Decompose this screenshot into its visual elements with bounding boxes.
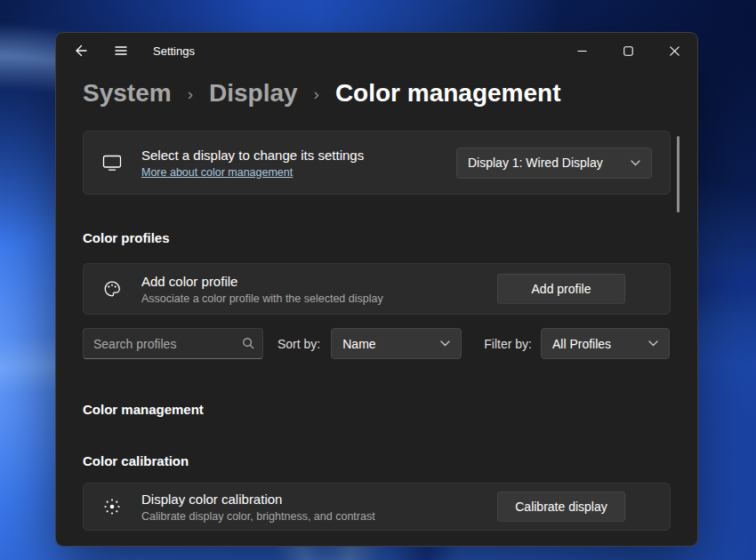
display-calibration-card: Display color calibration Calibrate disp…	[83, 483, 671, 531]
breadcrumb-display[interactable]: Display	[209, 79, 298, 108]
add-profile-text: Add color profile Associate a color prof…	[141, 274, 383, 305]
page-title: Color management	[335, 79, 561, 108]
settings-content: System › Display › Color management Sele…	[56, 79, 697, 531]
close-button[interactable]	[651, 33, 697, 68]
color-profiles-heading: Color profiles	[83, 230, 671, 245]
app-title: Settings	[153, 44, 195, 58]
maximize-icon	[623, 46, 633, 56]
filter-by-dropdown[interactable]: All Profiles	[541, 328, 670, 359]
display-select-card: Select a display to change its settings …	[83, 131, 671, 195]
filter-by-label: Filter by:	[484, 337, 532, 351]
search-input[interactable]	[83, 328, 263, 359]
search-box	[83, 328, 263, 359]
breadcrumb-separator-icon: ›	[314, 84, 319, 104]
back-arrow-icon	[74, 44, 88, 58]
color-calibration-heading: Color calibration	[83, 453, 671, 468]
palette-icon	[101, 279, 123, 299]
display-selector-value: Display 1: Wired Display	[468, 156, 603, 170]
calibration-text: Display color calibration Calibrate disp…	[141, 492, 375, 523]
maximize-button[interactable]	[605, 33, 651, 68]
breadcrumb-separator-icon: ›	[188, 84, 193, 104]
add-color-profile-card: Add color profile Associate a color prof…	[83, 263, 671, 315]
display-select-title: Select a display to change its settings	[141, 148, 364, 163]
add-profile-title: Add color profile	[141, 274, 383, 289]
sort-by-label: Sort by:	[277, 337, 320, 351]
display-select-text: Select a display to change its settings …	[141, 148, 364, 179]
calibration-subtitle: Calibrate display color, brightness, and…	[141, 510, 375, 523]
hamburger-menu-icon	[114, 44, 128, 58]
more-about-color-management-link[interactable]: More about color management	[141, 166, 293, 179]
minimize-icon	[577, 46, 587, 56]
back-button[interactable]	[63, 35, 99, 67]
display-selector-dropdown[interactable]: Display 1: Wired Display	[456, 148, 652, 179]
monitor-icon	[101, 154, 123, 172]
scrollbar-thumb[interactable]	[677, 136, 680, 212]
window-controls	[559, 33, 697, 68]
chevron-down-icon	[631, 160, 640, 166]
add-profile-subtitle: Associate a color profile with the selec…	[141, 292, 383, 305]
chevron-down-icon	[440, 340, 450, 347]
sort-by-dropdown[interactable]: Name	[331, 328, 462, 359]
calibration-title: Display color calibration	[141, 492, 375, 507]
settings-window: Settings	[55, 32, 698, 547]
filter-by-value: All Profiles	[552, 337, 611, 351]
titlebar: Settings	[56, 33, 697, 68]
chevron-down-icon	[648, 340, 658, 347]
breadcrumb-system[interactable]: System	[83, 79, 172, 108]
add-profile-button[interactable]: Add profile	[497, 274, 625, 304]
calibration-sun-icon	[101, 497, 123, 516]
profiles-filter-row: Sort by: Name Filter by: All Profiles	[83, 328, 671, 359]
nav-menu-button[interactable]	[103, 35, 139, 67]
sort-by-value: Name	[342, 337, 375, 351]
close-icon	[670, 46, 680, 56]
minimize-button[interactable]	[559, 33, 605, 68]
breadcrumb: System › Display › Color management	[83, 79, 671, 108]
desktop-wallpaper: Settings	[0, 0, 756, 560]
calibrate-display-button[interactable]: Calibrate display	[497, 492, 625, 522]
color-management-heading: Color management	[83, 402, 671, 417]
